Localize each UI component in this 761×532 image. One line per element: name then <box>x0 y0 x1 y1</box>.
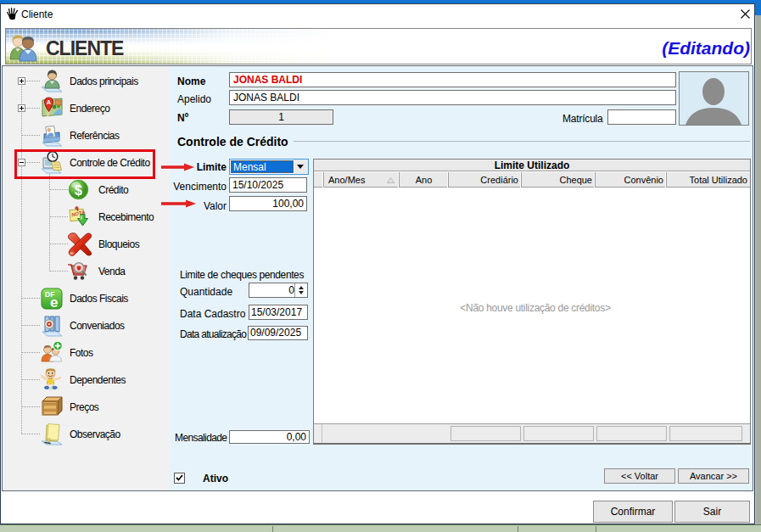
svg-text:e: e <box>50 294 58 311</box>
svg-text:$: $ <box>75 183 82 198</box>
svg-text:A: A <box>47 98 52 106</box>
